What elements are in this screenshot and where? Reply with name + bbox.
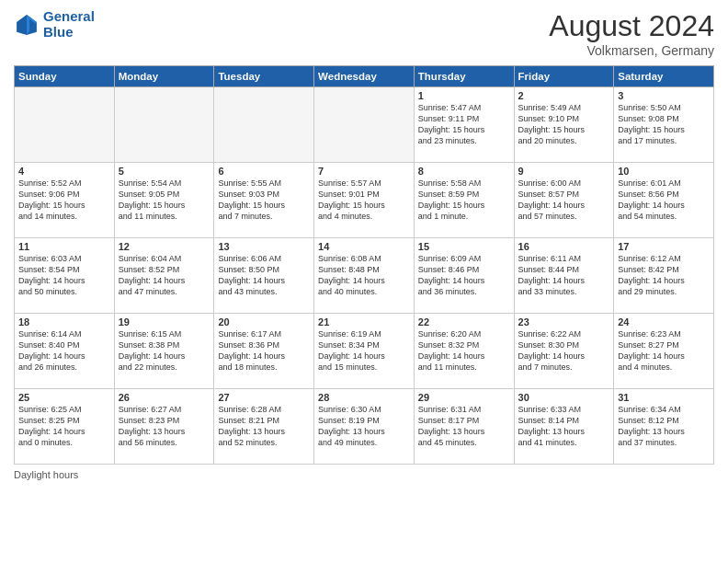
day-info: Sunrise: 6:14 AM Sunset: 8:40 PM Dayligh…	[18, 328, 110, 373]
footer-note: Daylight hours	[14, 469, 714, 480]
day-number: 28	[318, 392, 410, 403]
col-thursday: Thursday	[414, 66, 514, 87]
day-info: Sunrise: 6:08 AM Sunset: 8:48 PM Dayligh…	[318, 253, 410, 298]
day-number: 14	[318, 241, 410, 252]
day-number: 3	[618, 90, 710, 101]
table-row: 25Sunrise: 6:25 AM Sunset: 8:25 PM Dayli…	[15, 389, 115, 465]
day-info: Sunrise: 5:50 AM Sunset: 9:08 PM Dayligh…	[618, 102, 710, 147]
day-info: Sunrise: 6:00 AM Sunset: 8:57 PM Dayligh…	[518, 178, 610, 223]
day-number: 18	[18, 316, 110, 327]
logo-text: General Blue	[43, 9, 95, 40]
day-number: 11	[18, 241, 110, 252]
day-number: 16	[518, 241, 610, 252]
footer-label: Daylight hours	[14, 469, 78, 480]
table-row: 23Sunrise: 6:22 AM Sunset: 8:30 PM Dayli…	[514, 314, 614, 389]
day-number: 1	[418, 90, 510, 101]
page: General Blue August 2024 Volkmarsen, Ger…	[0, 0, 728, 563]
logo-icon	[14, 12, 40, 38]
table-row: 31Sunrise: 6:34 AM Sunset: 8:12 PM Dayli…	[614, 389, 714, 465]
table-row	[15, 87, 115, 163]
col-monday: Monday	[114, 66, 214, 87]
day-info: Sunrise: 6:01 AM Sunset: 8:56 PM Dayligh…	[618, 178, 710, 223]
day-info: Sunrise: 6:03 AM Sunset: 8:54 PM Dayligh…	[18, 253, 110, 298]
day-info: Sunrise: 5:55 AM Sunset: 9:03 PM Dayligh…	[218, 178, 310, 223]
table-row: 5Sunrise: 5:54 AM Sunset: 9:05 PM Daylig…	[114, 163, 214, 238]
day-info: Sunrise: 6:06 AM Sunset: 8:50 PM Dayligh…	[218, 253, 310, 298]
day-info: Sunrise: 6:33 AM Sunset: 8:14 PM Dayligh…	[518, 404, 610, 449]
table-row: 12Sunrise: 6:04 AM Sunset: 8:52 PM Dayli…	[114, 238, 214, 314]
location: Volkmarsen, Germany	[549, 43, 714, 58]
calendar-week-row: 1Sunrise: 5:47 AM Sunset: 9:11 PM Daylig…	[15, 87, 714, 163]
col-saturday: Saturday	[614, 66, 714, 87]
table-row: 30Sunrise: 6:33 AM Sunset: 8:14 PM Dayli…	[514, 389, 614, 465]
day-info: Sunrise: 6:20 AM Sunset: 8:32 PM Dayligh…	[418, 328, 510, 373]
day-number: 19	[119, 316, 210, 327]
day-number: 23	[518, 316, 610, 327]
calendar-header-row: Sunday Monday Tuesday Wednesday Thursday…	[15, 66, 714, 87]
table-row: 6Sunrise: 5:55 AM Sunset: 9:03 PM Daylig…	[214, 163, 314, 238]
table-row: 26Sunrise: 6:27 AM Sunset: 8:23 PM Dayli…	[114, 389, 214, 465]
day-info: Sunrise: 6:25 AM Sunset: 8:25 PM Dayligh…	[18, 404, 110, 449]
month-title: August 2024	[549, 9, 714, 43]
table-row: 13Sunrise: 6:06 AM Sunset: 8:50 PM Dayli…	[214, 238, 314, 314]
calendar-table: Sunday Monday Tuesday Wednesday Thursday…	[14, 65, 714, 465]
day-number: 31	[618, 392, 710, 403]
day-info: Sunrise: 5:52 AM Sunset: 9:06 PM Dayligh…	[18, 178, 110, 223]
table-row: 15Sunrise: 6:09 AM Sunset: 8:46 PM Dayli…	[414, 238, 514, 314]
day-number: 10	[618, 166, 710, 177]
day-number: 26	[119, 392, 210, 403]
table-row: 27Sunrise: 6:28 AM Sunset: 8:21 PM Dayli…	[214, 389, 314, 465]
table-row: 1Sunrise: 5:47 AM Sunset: 9:11 PM Daylig…	[414, 87, 514, 163]
title-block: August 2024 Volkmarsen, Germany	[549, 9, 714, 58]
table-row: 22Sunrise: 6:20 AM Sunset: 8:32 PM Dayli…	[414, 314, 514, 389]
table-row: 20Sunrise: 6:17 AM Sunset: 8:36 PM Dayli…	[214, 314, 314, 389]
logo-line2: Blue	[43, 24, 74, 40]
header: General Blue August 2024 Volkmarsen, Ger…	[14, 9, 714, 58]
calendar-week-row: 25Sunrise: 6:25 AM Sunset: 8:25 PM Dayli…	[15, 389, 714, 465]
calendar-body: 1Sunrise: 5:47 AM Sunset: 9:11 PM Daylig…	[15, 87, 714, 465]
table-row: 10Sunrise: 6:01 AM Sunset: 8:56 PM Dayli…	[614, 163, 714, 238]
day-info: Sunrise: 6:30 AM Sunset: 8:19 PM Dayligh…	[318, 404, 410, 449]
table-row: 2Sunrise: 5:49 AM Sunset: 9:10 PM Daylig…	[514, 87, 614, 163]
day-info: Sunrise: 5:47 AM Sunset: 9:11 PM Dayligh…	[418, 102, 510, 147]
calendar-week-row: 18Sunrise: 6:14 AM Sunset: 8:40 PM Dayli…	[15, 314, 714, 389]
table-row	[314, 87, 415, 163]
table-row: 11Sunrise: 6:03 AM Sunset: 8:54 PM Dayli…	[15, 238, 115, 314]
table-row: 16Sunrise: 6:11 AM Sunset: 8:44 PM Dayli…	[514, 238, 614, 314]
day-info: Sunrise: 6:31 AM Sunset: 8:17 PM Dayligh…	[418, 404, 510, 449]
day-number: 29	[418, 392, 510, 403]
table-row: 18Sunrise: 6:14 AM Sunset: 8:40 PM Dayli…	[15, 314, 115, 389]
day-number: 2	[518, 90, 610, 101]
col-sunday: Sunday	[15, 66, 115, 87]
day-number: 27	[218, 392, 310, 403]
day-number: 17	[618, 241, 710, 252]
table-row: 3Sunrise: 5:50 AM Sunset: 9:08 PM Daylig…	[614, 87, 714, 163]
col-tuesday: Tuesday	[214, 66, 314, 87]
day-info: Sunrise: 6:15 AM Sunset: 8:38 PM Dayligh…	[119, 328, 210, 373]
day-number: 22	[418, 316, 510, 327]
day-number: 15	[418, 241, 510, 252]
day-number: 30	[518, 392, 610, 403]
day-info: Sunrise: 6:22 AM Sunset: 8:30 PM Dayligh…	[518, 328, 610, 373]
day-number: 13	[218, 241, 310, 252]
table-row: 4Sunrise: 5:52 AM Sunset: 9:06 PM Daylig…	[15, 163, 115, 238]
col-wednesday: Wednesday	[314, 66, 415, 87]
col-friday: Friday	[514, 66, 614, 87]
day-info: Sunrise: 6:12 AM Sunset: 8:42 PM Dayligh…	[618, 253, 710, 298]
table-row: 14Sunrise: 6:08 AM Sunset: 8:48 PM Dayli…	[314, 238, 415, 314]
day-info: Sunrise: 6:28 AM Sunset: 8:21 PM Dayligh…	[218, 404, 310, 449]
day-info: Sunrise: 5:49 AM Sunset: 9:10 PM Dayligh…	[518, 102, 610, 147]
table-row: 9Sunrise: 6:00 AM Sunset: 8:57 PM Daylig…	[514, 163, 614, 238]
day-number: 21	[318, 316, 410, 327]
day-number: 20	[218, 316, 310, 327]
day-number: 6	[218, 166, 310, 177]
day-number: 9	[518, 166, 610, 177]
table-row: 21Sunrise: 6:19 AM Sunset: 8:34 PM Dayli…	[314, 314, 415, 389]
day-number: 25	[18, 392, 110, 403]
day-info: Sunrise: 5:57 AM Sunset: 9:01 PM Dayligh…	[318, 178, 410, 223]
calendar-week-row: 4Sunrise: 5:52 AM Sunset: 9:06 PM Daylig…	[15, 163, 714, 238]
table-row: 17Sunrise: 6:12 AM Sunset: 8:42 PM Dayli…	[614, 238, 714, 314]
logo-line1: General	[43, 8, 95, 24]
table-row	[214, 87, 314, 163]
day-info: Sunrise: 6:27 AM Sunset: 8:23 PM Dayligh…	[119, 404, 210, 449]
